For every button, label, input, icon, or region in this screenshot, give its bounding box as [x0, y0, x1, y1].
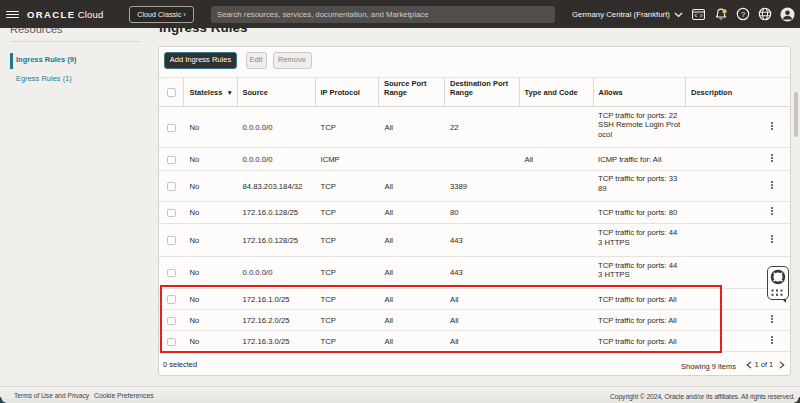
svg-text:?: ? — [741, 10, 745, 19]
